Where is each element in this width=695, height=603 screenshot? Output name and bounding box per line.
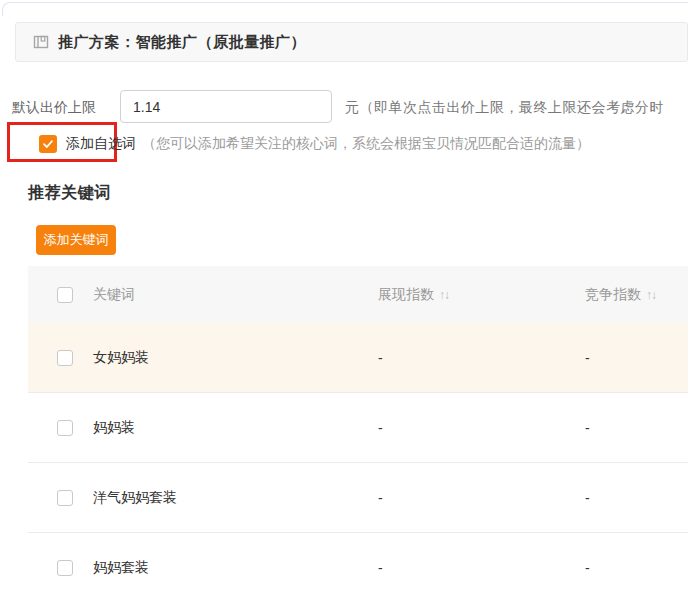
default-bid-hint: 元（即单次点击出价上限，最终上限还会考虑分时	[345, 99, 664, 117]
table-row: 洋气妈妈套装 - -	[28, 463, 688, 533]
impression-cell: -	[378, 420, 383, 436]
row-checkbox[interactable]	[57, 350, 73, 366]
custom-words-checkbox[interactable]	[39, 135, 57, 153]
custom-words-label: 添加自选词	[66, 135, 136, 153]
competition-label: 竞争指数	[585, 286, 641, 302]
column-header-impression: 展现指数↑↓	[378, 286, 449, 304]
column-header-competition: 竞争指数↑↓	[585, 286, 656, 304]
select-all-checkbox[interactable]	[57, 287, 73, 303]
table-row: 妈妈套装 - -	[28, 533, 688, 603]
recommended-keywords-title: 推荐关键词	[28, 183, 111, 204]
sort-impression-icon[interactable]: ↑↓	[439, 288, 449, 302]
smart-promotion-panel: 推广方案：智能推广（原批量推广） 默认出价上限 元（即单次点击出价上限，最终上限…	[0, 0, 695, 603]
default-bid-label: 默认出价上限	[12, 99, 96, 117]
panel-top-border	[2, 2, 688, 16]
plan-notebook-icon	[33, 34, 49, 50]
table-header-row: 关键词 展现指数↑↓ 竞争指数↑↓	[28, 266, 688, 323]
table-row: 妈妈装 - -	[28, 393, 688, 463]
impression-cell: -	[378, 560, 383, 576]
row-checkbox[interactable]	[57, 420, 73, 436]
plan-title: 推广方案：智能推广（原批量推广）	[58, 33, 306, 52]
impression-cell: -	[378, 490, 383, 506]
impression-cell: -	[378, 350, 383, 366]
add-keywords-button[interactable]: 添加关键词	[36, 225, 116, 255]
row-checkbox[interactable]	[57, 560, 73, 576]
competition-cell: -	[585, 420, 590, 436]
keyword-cell: 妈妈套装	[93, 559, 149, 577]
competition-cell: -	[585, 490, 590, 506]
default-bid-input[interactable]	[120, 90, 332, 123]
keyword-cell: 女妈妈装	[93, 349, 149, 367]
table-row: 女妈妈装 - -	[28, 323, 688, 393]
column-header-keyword: 关键词	[93, 286, 135, 304]
sort-competition-icon[interactable]: ↑↓	[646, 288, 656, 302]
impression-label: 展现指数	[378, 286, 434, 302]
row-checkbox[interactable]	[57, 490, 73, 506]
check-icon	[42, 138, 54, 150]
competition-cell: -	[585, 560, 590, 576]
keyword-cell: 妈妈装	[93, 419, 135, 437]
custom-words-hint: （您可以添加希望关注的核心词，系统会根据宝贝情况匹配合适的流量）	[142, 135, 590, 153]
custom-words-row: 添加自选词 （您可以添加希望关注的核心词，系统会根据宝贝情况匹配合适的流量）	[39, 135, 590, 153]
keyword-cell: 洋气妈妈套装	[93, 489, 177, 507]
keywords-table: 关键词 展现指数↑↓ 竞争指数↑↓ 女妈妈装 - - 妈妈装 - - 洋气妈妈套…	[28, 266, 688, 603]
plan-header-bar: 推广方案：智能推广（原批量推广）	[15, 22, 688, 62]
competition-cell: -	[585, 350, 590, 366]
